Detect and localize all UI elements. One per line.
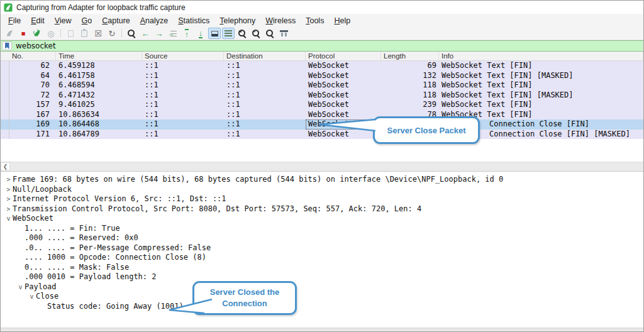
first-packet-icon[interactable]: ↑ (180, 28, 193, 39)
stop-capture-icon[interactable]: ■ (17, 28, 30, 39)
detail-tcp[interactable]: >Transmission Control Protocol, Src Port… (1, 204, 643, 214)
chevron-right-icon[interactable]: > (4, 194, 13, 204)
resize-columns-icon[interactable] (277, 28, 290, 39)
auto-scroll-icon[interactable] (208, 28, 221, 39)
zoom-out-icon[interactable]: − (250, 28, 262, 39)
scrollbar-track[interactable] (10, 162, 643, 171)
column-no[interactable]: No. (1, 52, 56, 60)
capture-options-icon[interactable]: ◎ (45, 28, 57, 39)
chevron-right-icon[interactable]: > (4, 185, 13, 195)
callout-tail-left (319, 119, 377, 131)
detail-compressed-bit[interactable]: .0.. .... = Per-Message Compressed: Fals… (1, 243, 643, 253)
detail-mask-bit[interactable]: 0... .... = Mask: False (1, 263, 643, 273)
reload-icon[interactable]: ↻ (106, 28, 118, 39)
menu-analyze[interactable]: Analyze (135, 15, 173, 26)
wireshark-window: Capturing from Adapter for loopback traf… (0, 0, 644, 332)
open-file-icon[interactable] (64, 28, 77, 39)
go-to-packet-icon[interactable] (167, 28, 179, 39)
restart-capture-fin-icon[interactable] (31, 28, 43, 39)
toolbar-separator (121, 29, 122, 38)
column-protocol[interactable]: Protocol (306, 52, 381, 60)
display-filter-bar[interactable]: websocket (1, 40, 643, 52)
callout-text-line1: Server Closed the (210, 287, 280, 298)
menu-tools[interactable]: Tools (301, 15, 329, 26)
detail-close[interactable]: vClose (1, 292, 643, 302)
packet-details-pane: >Frame 169: 68 bytes on wire (544 bits),… (1, 171, 643, 328)
detail-reserved-bits[interactable]: .000 .... = Reserved: 0x0 (1, 233, 643, 243)
horizontal-scrollbar[interactable]: ❮ (1, 162, 643, 171)
colorize-icon[interactable] (222, 28, 235, 39)
find-packet-icon[interactable] (125, 28, 138, 39)
table-row[interactable]: 726.471432::1::1WebSocket118WebSocket Te… (1, 91, 643, 101)
detail-ipv6[interactable]: >Internet Protocol Version 6, Src: ::1, … (1, 194, 643, 204)
window-title: Capturing from Adapter for loopback traf… (16, 3, 186, 12)
menu-wireless[interactable]: Wireless (260, 15, 301, 26)
table-row[interactable]: 16710.863634::1::1WebSocket78WebSocket T… (1, 110, 643, 120)
menu-capture[interactable]: Capture (97, 15, 135, 26)
filter-bookmark-icon[interactable] (2, 42, 12, 50)
packet-list-header: No. Time Source Destination Protocol Len… (1, 52, 643, 61)
wireshark-app-icon (4, 3, 13, 12)
table-row[interactable]: 626.459128::1::1WebSocket69WebSocket Tex… (1, 61, 643, 71)
main-toolbar: ■ ◎ ☒ ↻ ← → ↑ ↓ + − (1, 27, 643, 40)
start-capture-fin-icon[interactable] (3, 28, 16, 39)
packet-list-gutter (9, 61, 9, 139)
chevron-down-icon[interactable]: v (16, 282, 25, 292)
chevron-right-icon[interactable]: > (4, 175, 13, 185)
zoom-in-icon[interactable]: + (236, 28, 248, 39)
detail-status-code[interactable]: Status code: Going Away (1001) (1, 302, 643, 312)
menu-bar: File Edit View Go Capture Analyze Statis… (1, 14, 643, 27)
table-row[interactable]: 646.461758::1::1WebSocket132WebSocket Te… (1, 71, 643, 81)
detail-websocket[interactable]: vWebSocket (1, 214, 643, 224)
detail-null-loopback[interactable]: >Null/Loopback (1, 185, 643, 195)
scroll-left-icon[interactable]: ❮ (1, 162, 10, 171)
menu-help[interactable]: Help (329, 15, 355, 26)
save-file-icon[interactable] (78, 28, 91, 39)
next-packet-icon[interactable]: → (153, 28, 165, 39)
zoom-original-icon[interactable] (264, 28, 276, 39)
menu-statistics[interactable]: Statistics (173, 15, 214, 26)
window-bottom-strip (1, 328, 643, 332)
toolbar-separator (60, 29, 61, 38)
menu-view[interactable]: View (50, 15, 77, 26)
callout-tail-left-down (167, 297, 213, 314)
chevron-down-icon[interactable]: v (28, 292, 36, 302)
menu-file[interactable]: File (3, 15, 26, 26)
close-file-icon[interactable]: ☒ (92, 28, 104, 39)
column-time[interactable]: Time (56, 52, 142, 60)
packet-list-empty-area (1, 139, 643, 162)
detail-payload-length[interactable]: .000 0010 = Payload length: 2 (1, 272, 643, 282)
callout-text: Server Close Packet (387, 126, 465, 135)
callout-text-line2: Connection (222, 298, 267, 309)
title-bar: Capturing from Adapter for loopback traf… (1, 1, 643, 14)
column-source[interactable]: Source (142, 52, 224, 60)
column-info[interactable]: Info (439, 52, 643, 60)
detail-opcode[interactable]: .... 1000 = Opcode: Connection Close (8) (1, 253, 643, 263)
menu-telephony[interactable]: Telephony (214, 15, 260, 26)
detail-fin-bit[interactable]: 1... .... = Fin: True (1, 224, 643, 234)
table-row[interactable]: 706.468594::1::1WebSocket118WebSocket Te… (1, 80, 643, 91)
previous-packet-icon[interactable]: ← (139, 28, 152, 39)
callout-server-close-packet: Server Close Packet (373, 116, 480, 144)
column-length[interactable]: Length (381, 52, 439, 60)
table-row[interactable]: 1579.461025::1::1WebSocket239WebSocket T… (1, 100, 643, 110)
display-filter-input[interactable]: websocket (16, 42, 56, 50)
last-packet-icon[interactable]: ↓ (194, 28, 207, 39)
detail-payload[interactable]: vPayload (1, 282, 643, 292)
chevron-down-icon[interactable]: v (4, 214, 13, 224)
chevron-right-icon[interactable]: > (4, 204, 13, 214)
detail-frame[interactable]: >Frame 169: 68 bytes on wire (544 bits),… (1, 175, 643, 185)
menu-edit[interactable]: Edit (26, 15, 50, 26)
menu-go[interactable]: Go (77, 15, 97, 26)
column-destination[interactable]: Destination (224, 52, 306, 60)
